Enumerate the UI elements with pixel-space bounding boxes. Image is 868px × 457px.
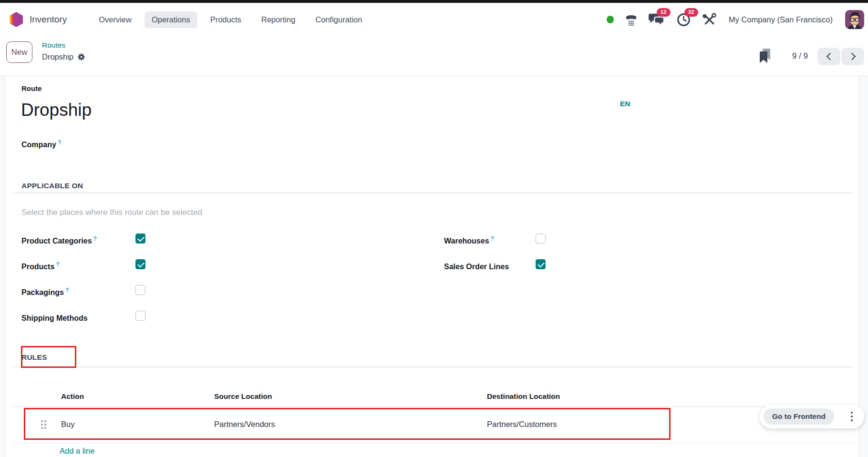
- help-icon[interactable]: ?: [491, 235, 494, 242]
- breadcrumb-current: Dropship: [42, 52, 73, 61]
- frontend-widget: Go to Frontend: [760, 405, 864, 428]
- menu-item-reporting[interactable]: Reporting: [254, 11, 303, 28]
- messages-badge: 12: [657, 8, 671, 17]
- breadcrumb-routes-link[interactable]: Routes: [42, 41, 65, 50]
- shipping-methods-checkbox[interactable]: [135, 311, 145, 321]
- applicable-on-section-title: APPLICABLE ON: [21, 182, 83, 190]
- table-header-divider: [13, 406, 853, 407]
- company-help-icon[interactable]: ?: [58, 139, 61, 146]
- products-checkbox[interactable]: [135, 259, 145, 269]
- route-field-label: Route: [21, 84, 42, 92]
- bookmark-icon[interactable]: [758, 48, 772, 64]
- user-avatar[interactable]: [845, 10, 864, 29]
- online-status-dot: [607, 16, 614, 23]
- messages-icon[interactable]: 12: [649, 12, 665, 27]
- section-divider: [13, 366, 853, 367]
- help-icon[interactable]: ?: [56, 261, 59, 268]
- odoo-inventory-route-form: Inventory Overview Operations Products R…: [0, 0, 868, 457]
- add-a-line-link[interactable]: Add a line: [60, 447, 94, 456]
- pager-previous-button[interactable]: [817, 48, 840, 65]
- menu-item-configuration[interactable]: Configuration: [308, 11, 369, 28]
- rule-cell-action[interactable]: Buy: [61, 419, 74, 429]
- new-button[interactable]: New: [6, 41, 32, 63]
- row-drag-handle[interactable]: [41, 420, 46, 429]
- navbar-left: Inventory Overview Operations Products R…: [9, 3, 369, 36]
- debug-tools-icon[interactable]: [702, 12, 717, 27]
- pager-zone: 9 / 9: [758, 36, 864, 76]
- pager-next-button[interactable]: [841, 48, 864, 65]
- go-to-frontend-button[interactable]: Go to Frontend: [764, 408, 834, 425]
- products-label: Products?: [21, 259, 60, 272]
- rule-cell-destination[interactable]: Partners/Customers: [487, 419, 557, 429]
- rule-cell-source[interactable]: Partners/Vendors: [214, 419, 275, 429]
- packagings-checkbox[interactable]: [135, 285, 145, 295]
- voip-phone-icon[interactable]: [625, 13, 638, 27]
- product-categories-label: Product Categories?: [21, 234, 97, 246]
- column-header-source-location[interactable]: Source Location: [214, 391, 272, 401]
- navbar-right: 12 32 My Company (San Francisco): [607, 3, 864, 36]
- applicable-on-hint: Select the places where this route can b…: [21, 208, 202, 217]
- main-navbar: Inventory Overview Operations Products R…: [0, 3, 868, 36]
- kebab-menu-icon[interactable]: [848, 409, 856, 425]
- sales-order-lines-checkbox[interactable]: [536, 259, 546, 269]
- app-name[interactable]: Inventory: [30, 14, 67, 25]
- help-icon[interactable]: ?: [65, 287, 69, 294]
- company-field-label: Company?: [21, 139, 61, 149]
- activities-clock-icon[interactable]: 32: [676, 12, 691, 27]
- sales-order-lines-label: Sales Order Lines: [444, 259, 510, 272]
- table-row-divider: [13, 443, 853, 443]
- packagings-label: Packagings?: [21, 285, 69, 298]
- activities-badge: 32: [684, 8, 698, 17]
- help-icon[interactable]: ?: [93, 235, 97, 242]
- section-divider: [13, 193, 853, 193]
- form-sheet: [5, 76, 859, 457]
- menu-item-overview[interactable]: Overview: [92, 11, 139, 28]
- rules-section-title: RULES: [21, 353, 47, 362]
- inventory-app-icon[interactable]: [9, 11, 24, 28]
- menu-item-operations[interactable]: Operations: [145, 11, 197, 28]
- product-categories-checkbox[interactable]: [135, 234, 145, 244]
- warehouses-checkbox[interactable]: [536, 234, 546, 244]
- warehouses-label: Warehouses?: [444, 234, 494, 246]
- control-panel: [0, 36, 868, 76]
- navbar-menu: Overview Operations Products Reporting C…: [92, 11, 369, 28]
- column-header-destination-location[interactable]: Destination Location: [487, 391, 560, 401]
- route-name-heading[interactable]: Dropship: [21, 100, 92, 120]
- pager-counter: 9 / 9: [792, 51, 808, 61]
- menu-item-products[interactable]: Products: [203, 11, 248, 28]
- company-switcher[interactable]: My Company (San Francisco): [729, 15, 833, 24]
- breadcrumb: Dropship: [42, 52, 85, 61]
- settings-gear-icon[interactable]: [77, 53, 85, 61]
- shipping-methods-label: Shipping Methods: [21, 311, 89, 324]
- column-header-action[interactable]: Action: [61, 391, 84, 401]
- translation-lang-badge[interactable]: EN: [620, 100, 630, 108]
